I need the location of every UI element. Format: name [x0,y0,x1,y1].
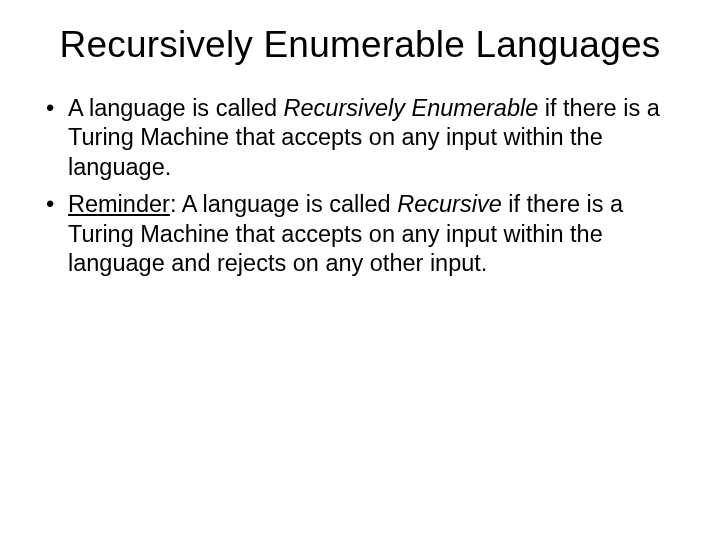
slide-title: Recursively Enumerable Languages [40,24,680,66]
bullet-list: A language is called Recursively Enumera… [40,94,680,278]
list-item: A language is called Recursively Enumera… [68,94,680,182]
text-italic: Recursively Enumerable [284,95,539,121]
text-italic: Recursive [397,191,501,217]
text-underline: Reminder [68,191,170,217]
slide: Recursively Enumerable Languages A langu… [0,0,720,540]
text-run: A language is called [68,95,284,121]
list-item: Reminder: A language is called Recursive… [68,190,680,278]
text-run: : A language is called [170,191,397,217]
slide-body: A language is called Recursively Enumera… [40,94,680,278]
